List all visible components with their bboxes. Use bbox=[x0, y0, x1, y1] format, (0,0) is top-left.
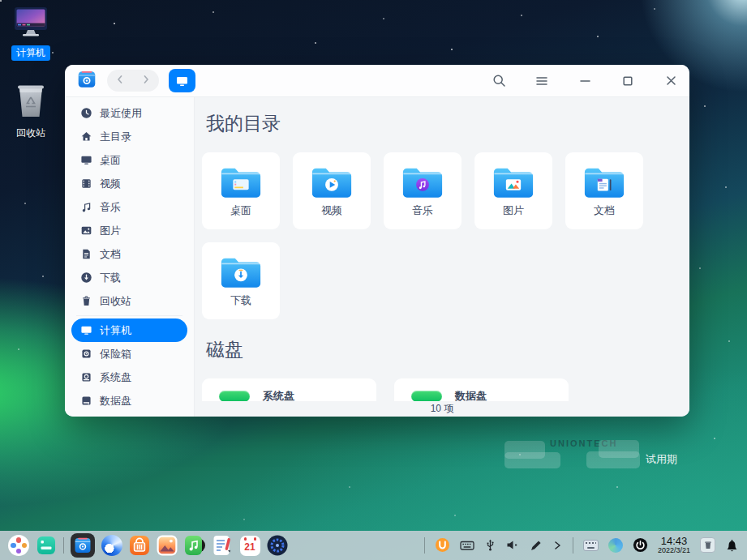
minimize-button[interactable] bbox=[577, 74, 592, 88]
watermark-blur-patch bbox=[586, 451, 640, 468]
power-icon[interactable] bbox=[633, 537, 648, 553]
status-bar: 10 项 bbox=[195, 401, 689, 417]
folder-card-music[interactable]: 音乐 bbox=[384, 152, 462, 229]
trash-dock-icon[interactable] bbox=[700, 537, 715, 553]
clock[interactable]: 14:43 2022/3/21 bbox=[658, 536, 690, 554]
app-store-icon[interactable] bbox=[129, 535, 150, 556]
sidebar-label: 回收站 bbox=[100, 294, 131, 309]
folder-downloads-icon bbox=[219, 254, 263, 290]
dock-apps: 21 bbox=[8, 533, 288, 558]
input-method-icon[interactable] bbox=[583, 540, 599, 551]
tray-separator bbox=[424, 537, 425, 554]
sidebar-divider bbox=[76, 315, 182, 316]
system-tray: 14:43 2022/3/21 bbox=[424, 536, 739, 554]
calendar-day: 21 bbox=[244, 541, 255, 553]
keyboard-icon[interactable] bbox=[460, 539, 474, 552]
file-manager-dock-icon[interactable] bbox=[71, 533, 95, 558]
sidebar-label: 文档 bbox=[100, 247, 121, 262]
sidebar-label: 最近使用 bbox=[100, 106, 142, 121]
section-title-disks: 磁盘 bbox=[206, 339, 681, 361]
taskbar: 21 bbox=[0, 531, 747, 560]
desktop-icon-label: 计算机 bbox=[11, 45, 50, 61]
sidebar-item-vault[interactable]: 保险箱 bbox=[71, 342, 187, 365]
close-button[interactable] bbox=[663, 74, 678, 88]
clock-time: 14:43 bbox=[661, 536, 688, 547]
notification-bell-icon[interactable] bbox=[725, 538, 739, 553]
folder-grid: 桌面 视频 bbox=[202, 152, 656, 319]
sidebar-label: 数据盘 bbox=[100, 394, 131, 408]
starfield bbox=[0, 0, 2, 2]
sidebar-label: 计算机 bbox=[100, 323, 131, 338]
folder-label: 下载 bbox=[230, 293, 251, 308]
usb-icon[interactable] bbox=[484, 538, 496, 552]
location-computer-button[interactable] bbox=[169, 69, 195, 92]
sidebar-item-home[interactable]: 主目录 bbox=[71, 125, 187, 148]
sidebar-label: 视频 bbox=[100, 177, 121, 191]
calendar-icon[interactable]: 21 bbox=[239, 535, 260, 556]
uos-update-icon[interactable] bbox=[435, 537, 450, 553]
section-title-my-directories: 我的目录 bbox=[206, 113, 681, 135]
folder-card-downloads[interactable]: 下载 bbox=[202, 242, 280, 319]
desktop-icon-computer[interactable]: 计算机 bbox=[5, 6, 57, 61]
sidebar-label: 下载 bbox=[100, 271, 121, 285]
maximize-button[interactable] bbox=[620, 74, 635, 88]
watermark-blur-patch bbox=[504, 452, 560, 468]
folder-card-videos[interactable]: 视频 bbox=[293, 152, 371, 229]
sidebar-label: 系统盘 bbox=[100, 370, 131, 385]
titlebar[interactable] bbox=[65, 65, 689, 97]
launcher-icon[interactable] bbox=[8, 535, 29, 556]
sidebar-item-pictures[interactable]: 图片 bbox=[71, 219, 187, 242]
computer-icon bbox=[12, 6, 49, 41]
folder-desktop-icon bbox=[219, 164, 263, 200]
folder-label: 视频 bbox=[321, 203, 342, 218]
content-area: 我的目录 桌面 bbox=[195, 97, 689, 417]
desktop-icon-recycle-bin[interactable]: 回收站 bbox=[5, 83, 57, 141]
file-manager-window: 最近使用 主目录 桌面 视频 音乐 bbox=[65, 65, 689, 417]
folder-pictures-icon bbox=[492, 164, 535, 200]
multitasking-view-icon[interactable] bbox=[36, 535, 57, 556]
navigation-pill bbox=[107, 70, 159, 92]
desktop-icon-label: 回收站 bbox=[11, 126, 50, 141]
sidebar-item-documents[interactable]: 文档 bbox=[71, 242, 187, 266]
recycle-bin-icon bbox=[14, 83, 48, 122]
sidebar-item-recent[interactable]: 最近使用 bbox=[71, 101, 187, 125]
sidebar-item-data-disk[interactable]: 数据盘 bbox=[71, 389, 187, 413]
sidebar-label: 图片 bbox=[100, 224, 121, 238]
folder-label: 文档 bbox=[594, 203, 615, 218]
text-editor-icon[interactable] bbox=[212, 535, 233, 556]
sidebar-item-computer[interactable]: 计算机 bbox=[71, 318, 187, 342]
disk-icon bbox=[411, 391, 442, 402]
weather-icon[interactable] bbox=[608, 538, 623, 553]
control-center-icon[interactable] bbox=[267, 535, 288, 556]
folder-music-icon bbox=[401, 164, 444, 200]
watermark-trial-label: 试用期 bbox=[646, 452, 677, 467]
desktop: 计算机 回收站 UNIONTECH 试用期 bbox=[0, 0, 747, 560]
folder-label: 桌面 bbox=[230, 203, 251, 218]
disk-icon bbox=[219, 391, 250, 402]
screenshot-pen-icon[interactable] bbox=[530, 539, 543, 552]
folder-card-documents[interactable]: 文档 bbox=[565, 152, 643, 229]
search-icon[interactable] bbox=[492, 74, 506, 88]
sidebar: 最近使用 主目录 桌面 视频 音乐 bbox=[65, 97, 195, 417]
sidebar-item-downloads[interactable]: 下载 bbox=[71, 266, 187, 289]
folder-videos-icon bbox=[310, 164, 354, 200]
sidebar-item-system-disk[interactable]: 系统盘 bbox=[71, 365, 187, 389]
file-manager-app-icon bbox=[76, 69, 97, 93]
volume-icon[interactable] bbox=[506, 539, 520, 551]
sidebar-label: 主目录 bbox=[100, 130, 131, 144]
image-viewer-icon[interactable] bbox=[157, 535, 178, 556]
back-button[interactable] bbox=[114, 74, 126, 88]
sidebar-label: 音乐 bbox=[100, 200, 121, 215]
sidebar-item-trash[interactable]: 回收站 bbox=[71, 289, 187, 313]
menu-icon[interactable] bbox=[534, 74, 549, 88]
tray-expand-chevron-icon[interactable] bbox=[552, 540, 563, 551]
folder-card-desktop[interactable]: 桌面 bbox=[202, 152, 280, 229]
folder-card-pictures[interactable]: 图片 bbox=[474, 152, 552, 229]
sidebar-item-desktop[interactable]: 桌面 bbox=[71, 148, 187, 172]
sidebar-item-music[interactable]: 音乐 bbox=[71, 195, 187, 219]
forward-button[interactable] bbox=[140, 74, 152, 88]
sidebar-label: 保险箱 bbox=[100, 347, 131, 361]
sidebar-item-videos[interactable]: 视频 bbox=[71, 172, 187, 195]
browser-icon[interactable] bbox=[101, 535, 122, 556]
music-player-icon[interactable] bbox=[184, 535, 205, 556]
